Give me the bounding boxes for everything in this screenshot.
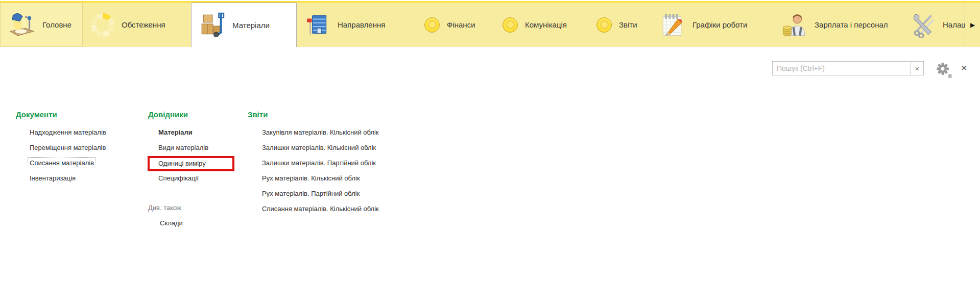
tab-obstezhennia[interactable]: Обстеження [83, 3, 191, 47]
see-also-section: Див. також Склади [148, 200, 234, 231]
menu-item[interactable]: Інвентаризація [16, 171, 106, 186]
tab-materialy[interactable]: Матеріали [191, 3, 297, 47]
ribbon-scroll-right-button[interactable]: ▶ [965, 3, 980, 47]
menu-item[interactable]: Склади [148, 216, 234, 231]
tab-label: Обстеження [122, 20, 165, 29]
close-menu-button[interactable]: × [958, 61, 970, 75]
menu-column-reports: Звіти Закупівля матеріалів. Кількісний о… [248, 110, 379, 217]
see-also-label: Див. також [148, 200, 234, 216]
tab-label: Зарплата і персонал [815, 20, 888, 29]
tab-nalashtuvannia[interactable]: Налаш [902, 3, 965, 47]
boxes-handtruck-icon [200, 12, 225, 38]
menu-item[interactable]: Види матеріалів [148, 140, 234, 155]
menu-item[interactable]: Матеріали [148, 125, 234, 140]
tab-zvity[interactable]: Звіти [586, 3, 652, 47]
tab-napravlennia[interactable]: Направлення [297, 3, 414, 47]
highlighted-menu-item: Одиниці виміру [148, 156, 234, 171]
menu-item[interactable]: Рух матеріалів. Партійний облік [248, 186, 379, 201]
menu-item[interactable]: Переміщення матеріалів [16, 140, 106, 155]
notepad-pencil-icon [660, 12, 685, 38]
close-icon: × [915, 64, 920, 73]
coin-icon [503, 17, 518, 33]
tab-label: Графіки роботи [692, 20, 747, 29]
tab-label: Налаш [943, 20, 965, 29]
wrench-scissors-icon [910, 12, 936, 38]
menu-item[interactable]: Одиниці виміру [148, 155, 234, 171]
clear-search-button[interactable]: × [911, 62, 923, 75]
menu-column-documents: Документи Надходження матеріалів Переміщ… [16, 110, 106, 186]
tab-finansy[interactable]: Фінанси [414, 3, 492, 47]
ribbon-tabs: Головне Обстеження Матеріали [0, 3, 980, 47]
segmented-circle-icon [91, 13, 114, 37]
coin-icon [596, 17, 612, 33]
settings-gear-button[interactable] [936, 62, 952, 78]
tab-holovne[interactable]: Головне [0, 3, 83, 47]
right-arrow-icon: ▶ [970, 21, 975, 29]
tab-zarplata-personal[interactable]: Зарплата і персонал [774, 3, 902, 47]
tab-label: Комунікація [525, 20, 567, 29]
menu-column-catalogs: Довідники Матеріали Види матеріалів Один… [148, 110, 234, 231]
tab-label: Матеріали [232, 21, 270, 30]
desk-lamp-icon [9, 12, 35, 38]
tab-label: Звіти [619, 20, 637, 29]
person-coins-icon [782, 12, 807, 38]
menu-item[interactable]: Надходження матеріалів [16, 125, 106, 140]
menu-item[interactable]: Рух матеріалів. Кількісний облік [248, 171, 379, 186]
menu-item[interactable]: Закупівля матеріалів. Кількісний облік [248, 125, 379, 140]
tab-label: Фінанси [447, 20, 475, 29]
menu-item[interactable]: Специфікації [148, 171, 234, 186]
ribbon: Головне Обстеження Матеріали [0, 0, 980, 47]
tab-komunikatsiia[interactable]: Комунікація [492, 3, 586, 47]
tab-hrafiky-roboty[interactable]: Графіки роботи [652, 3, 774, 47]
tab-label: Головне [42, 20, 71, 29]
search-box: × [772, 61, 924, 75]
section-title[interactable]: Довідники [148, 110, 234, 123]
section-title[interactable]: Документи [16, 110, 106, 123]
search-input[interactable] [773, 62, 911, 75]
gear-icon [936, 62, 952, 78]
tab-label: Направлення [338, 20, 385, 29]
menu-item[interactable]: Списання матеріалів [16, 155, 106, 171]
section-title[interactable]: Звіти [248, 110, 379, 123]
menu-item[interactable]: Залишки матеріалів. Кількісний облік [248, 140, 379, 155]
focused-menu-item: Списання матеріалів [28, 158, 95, 168]
building-flag-icon [305, 12, 330, 38]
menu-item[interactable]: Залишки матеріалів. Партійний облік [248, 155, 379, 171]
coin-icon [424, 17, 440, 33]
close-icon: × [961, 62, 967, 74]
menu-item[interactable]: Списання матеріалів. Кількісний облік [248, 201, 379, 217]
